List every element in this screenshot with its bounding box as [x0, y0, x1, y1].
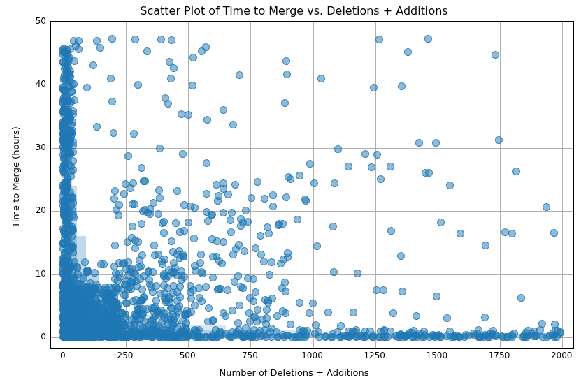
data-point: [127, 322, 134, 330]
grid-h: [51, 148, 573, 149]
x-tick: 1500: [426, 351, 448, 360]
data-point: [228, 209, 236, 216]
data-point: [74, 305, 82, 313]
data-point: [254, 306, 261, 314]
data-point: [317, 75, 325, 82]
data-point: [205, 304, 213, 312]
data-point: [481, 314, 489, 321]
data-point: [461, 333, 468, 341]
y-tick: 50: [4, 16, 46, 26]
data-point: [231, 181, 239, 189]
data-point: [265, 230, 273, 237]
data-point: [202, 43, 210, 51]
data-point: [107, 75, 115, 82]
data-point: [334, 145, 342, 153]
data-point: [296, 172, 303, 179]
data-point: [179, 150, 187, 158]
data-point: [282, 193, 290, 201]
data-point: [330, 268, 338, 276]
data-point: [204, 217, 212, 225]
data-point: [433, 293, 440, 300]
data-point: [168, 237, 175, 245]
data-point: [266, 271, 273, 279]
data-point: [224, 286, 231, 294]
data-point: [156, 194, 164, 202]
data-point: [229, 307, 236, 314]
data-point: [250, 313, 258, 321]
data-point: [108, 98, 116, 105]
data-point: [269, 191, 277, 199]
data-point: [443, 314, 451, 322]
y-tick: 20: [4, 205, 46, 215]
data-point: [359, 332, 366, 339]
data-point: [189, 82, 196, 89]
data-point: [167, 304, 175, 312]
x-axis-label: Number of Deletions + Additions: [0, 367, 588, 378]
data-point: [280, 256, 287, 263]
data-point: [60, 135, 68, 142]
data-point: [124, 258, 132, 266]
data-point: [373, 151, 381, 159]
y-tick: 40: [4, 79, 46, 89]
x-tick: 250: [117, 351, 134, 360]
data-point: [495, 136, 503, 144]
data-point: [282, 57, 290, 65]
data-point: [264, 299, 272, 307]
data-point: [247, 332, 254, 339]
data-point: [150, 321, 157, 329]
data-point: [63, 182, 71, 190]
data-point: [61, 48, 69, 56]
data-point: [71, 314, 79, 322]
data-point: [309, 300, 317, 307]
data-point: [220, 209, 227, 216]
data-point: [203, 159, 210, 167]
data-point: [342, 332, 350, 340]
data-point: [235, 241, 243, 249]
data-point: [65, 56, 73, 64]
data-point: [322, 332, 329, 340]
data-point: [208, 211, 216, 219]
data-point: [203, 190, 210, 198]
data-point: [83, 267, 91, 274]
data-point: [248, 194, 255, 202]
data-point: [550, 229, 558, 237]
data-point: [261, 195, 268, 203]
data-point: [108, 35, 116, 43]
data-point: [71, 291, 79, 299]
x-tick: 750: [242, 351, 258, 360]
data-point: [131, 244, 139, 252]
data-point: [236, 302, 243, 309]
data-point: [190, 235, 198, 242]
data-point: [129, 297, 137, 305]
data-point: [218, 260, 226, 267]
data-point: [61, 203, 69, 210]
data-point: [170, 64, 178, 72]
data-point: [64, 303, 71, 311]
data-point: [143, 47, 151, 55]
data-point: [135, 263, 143, 271]
data-point: [508, 230, 516, 237]
data-point: [189, 54, 197, 61]
data-point: [150, 242, 158, 249]
data-point: [97, 260, 105, 268]
grid-v: [500, 22, 501, 348]
data-point: [471, 332, 479, 339]
data-point: [214, 197, 222, 205]
data-point: [114, 317, 122, 325]
data-point: [61, 212, 69, 219]
data-point: [111, 242, 119, 249]
data-point: [387, 227, 395, 235]
data-point: [61, 258, 69, 265]
data-point: [187, 203, 194, 210]
data-point: [501, 228, 509, 236]
data-point: [146, 281, 154, 288]
data-point: [197, 251, 205, 258]
data-point: [227, 228, 235, 236]
data-point: [425, 169, 433, 177]
data-point: [361, 150, 369, 158]
data-point: [133, 282, 141, 290]
data-point: [345, 163, 352, 170]
data-point: [283, 71, 291, 78]
data-point: [377, 175, 385, 183]
data-point: [115, 270, 123, 277]
